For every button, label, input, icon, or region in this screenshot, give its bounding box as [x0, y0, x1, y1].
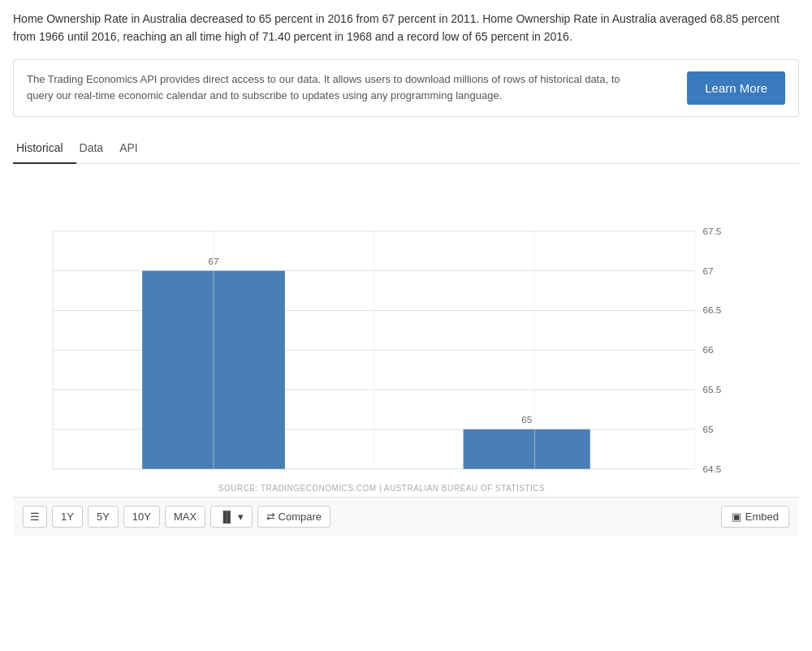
- svg-text:67: 67: [702, 265, 713, 275]
- svg-text:66.5: 66.5: [702, 304, 721, 315]
- toolbar: ☰ 1Y 5Y 10Y MAX ▐▌ ▾ ⇄ Compare ▣ Embed: [13, 497, 799, 536]
- svg-text:64.5: 64.5: [702, 463, 721, 473]
- compare-icon: ⇄: [266, 511, 275, 523]
- tab-historical[interactable]: Historical: [13, 133, 76, 164]
- tab-api[interactable]: API: [116, 133, 151, 164]
- svg-text:2019: 2019: [685, 480, 706, 481]
- svg-text:65: 65: [521, 414, 533, 425]
- svg-text:2010: 2010: [203, 480, 225, 481]
- svg-text:2007: 2007: [42, 480, 63, 481]
- chart-area: 67.5 67 66.5 66 65.5 65 64.5 2007 2010 2…: [13, 172, 799, 497]
- bar-chart-icon: ▐▌: [219, 511, 234, 523]
- svg-text:67.5: 67.5: [702, 226, 721, 236]
- chart-svg-container: 67.5 67 66.5 66 65.5 65 64.5 2007 2010 2…: [13, 172, 750, 481]
- svg-text:2013: 2013: [363, 480, 384, 481]
- menu-button[interactable]: ☰: [23, 506, 47, 528]
- svg-text:2016: 2016: [524, 480, 545, 481]
- svg-text:65: 65: [702, 424, 714, 434]
- description-text: Home Ownership Rate in Australia decreas…: [13, 10, 799, 46]
- svg-text:66: 66: [702, 344, 713, 355]
- chart-type-button[interactable]: ▐▌ ▾: [210, 506, 252, 528]
- chart-svg: 67.5 67 66.5 66 65.5 65 64.5 2007 2010 2…: [13, 172, 750, 481]
- chevron-down-icon: ▾: [238, 511, 244, 523]
- learn-more-button[interactable]: Learn More: [687, 71, 785, 105]
- compare-button[interactable]: ⇄ Compare: [257, 506, 330, 528]
- tab-data[interactable]: Data: [76, 133, 117, 164]
- svg-text:65.5: 65.5: [702, 384, 721, 394]
- api-banner-text: The Trading Economics API provides direc…: [27, 71, 628, 104]
- api-banner: The Trading Economics API provides direc…: [13, 59, 799, 117]
- 1y-button[interactable]: 1Y: [52, 506, 83, 528]
- tabs-container: Historical Data API: [13, 133, 799, 164]
- main-container: Home Ownership Rate in Australia decreas…: [0, 0, 812, 545]
- chart-source: SOURCE: TRADINGECONOMICS.COM | AUSTRALIA…: [13, 484, 750, 493]
- embed-icon: ▣: [732, 511, 741, 523]
- bar-2016: [464, 429, 590, 469]
- 10y-button[interactable]: 10Y: [123, 506, 160, 528]
- 5y-button[interactable]: 5Y: [88, 506, 119, 528]
- embed-button[interactable]: ▣ Embed: [721, 506, 789, 528]
- max-button[interactable]: MAX: [165, 506, 205, 528]
